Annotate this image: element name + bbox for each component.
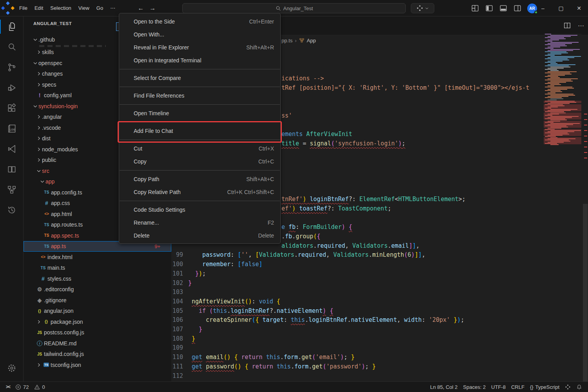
context-menu-item-open-timeline[interactable]: Open Timeline (119, 107, 280, 120)
code-line: if (this.loginBtnRef?.nativeElement) { (188, 307, 333, 316)
context-menu-item-open-in-integrated-terminal[interactable]: Open in Integrated Terminal (119, 54, 280, 67)
context-menu-item-copy-relative-path[interactable]: Copy Relative PathCtrl+K Ctrl+Shift+C (119, 185, 280, 198)
context-menu-item-delete[interactable]: DeleteDelete (119, 229, 280, 242)
close-button[interactable]: ✕ (570, 0, 588, 16)
tree-item-label: public (42, 157, 56, 163)
remote-icon: >< (6, 384, 10, 390)
tree-item-label: tsconfig.json (51, 362, 81, 368)
tree-item-tsconfig-json[interactable]: TStsconfig.json (24, 359, 171, 370)
statusbar-remote[interactable]: >< (3, 384, 13, 390)
tree-item--editorconfig[interactable]: ⚙.editorconfig (24, 284, 171, 295)
editor-scrollbar[interactable] (583, 16, 588, 381)
tree-item-readme-md[interactable]: iREADME.md (24, 338, 171, 349)
nav-forward-icon[interactable]: → (149, 5, 156, 12)
scrollbar-thumb[interactable] (583, 204, 588, 381)
tree-item-label: specs (42, 82, 56, 88)
menu-item-label: Copy (134, 158, 147, 165)
customize-layout-icon[interactable] (471, 4, 479, 13)
statusbar-warning[interactable]: 0 (31, 384, 47, 390)
file-type-icon: ! (35, 92, 44, 98)
activity-output-log-icon[interactable]: LOG (0, 118, 24, 139)
activity-symbols-icon[interactable] (0, 180, 24, 200)
tree-item-package-json[interactable]: {}package.json (24, 316, 171, 327)
activity-reader-icon[interactable] (0, 159, 24, 180)
context-menu-item-reveal-in-file-explorer[interactable]: Reveal in File ExplorerShift+Alt+R (119, 41, 280, 54)
context-menu-item-find-file-references[interactable]: Find File References (119, 89, 280, 102)
chevron-right-icon (35, 71, 42, 76)
overview-ruler-error-mark (584, 130, 587, 131)
tree-item-label: .vscode (42, 125, 61, 131)
activity-explorer-icon[interactable] (0, 16, 24, 37)
code-line: ngAfterViewInit(): void { (188, 297, 280, 307)
tree-item-main-ts[interactable]: TSmain.ts (24, 263, 171, 274)
chevron-right-icon (35, 49, 42, 55)
context-menu-item-copy[interactable]: CopyCtrl+C (119, 155, 280, 168)
menubar-item-file[interactable]: File (16, 4, 31, 13)
activity-vs-project-icon[interactable] (0, 139, 24, 159)
overview-ruler-error-mark (584, 141, 587, 142)
context-menu-item-add-file-to-chat[interactable]: Add File to Chat (119, 124, 280, 137)
statusbar-indentation[interactable]: Spaces: 2 (460, 384, 488, 390)
line-number: 103 (171, 288, 183, 297)
menu-item-label: Copy Path (134, 176, 159, 182)
toggle-panel-icon[interactable] (499, 4, 508, 13)
context-menu-item-select-for-compare[interactable]: Select for Compare (119, 71, 280, 84)
menubar-item-view[interactable]: View (75, 4, 93, 13)
overview-ruler-error-mark (584, 136, 587, 136)
minimap[interactable] (544, 34, 581, 371)
context-menu-item-code-studio-settings[interactable]: Code Studio Settings (119, 203, 280, 216)
statusbar-error[interactable]: 72 (13, 384, 31, 390)
tree-item-postcss-config-js[interactable]: JSpostcss.config.js (24, 327, 171, 338)
code-line: } (188, 279, 192, 288)
nav-back-icon[interactable]: ← (138, 5, 144, 12)
tree-item-label: skills (42, 49, 54, 55)
activity-source-control-icon[interactable] (0, 57, 24, 78)
line-number: 110 (171, 353, 183, 362)
tree-item-index-html[interactable]: <>index.html (24, 252, 171, 263)
activity-settings-icon[interactable] (0, 358, 24, 378)
minimize-button[interactable]: – (534, 0, 552, 16)
chevron-down-icon (35, 168, 42, 174)
menubar-item-edit[interactable]: Edit (31, 4, 47, 13)
activity-history-icon[interactable] (0, 200, 24, 220)
toggle-secondary-sidebar-icon[interactable] (513, 4, 522, 13)
menubar-item-go[interactable]: Go (93, 4, 107, 13)
toggle-primary-sidebar-icon[interactable] (485, 4, 494, 13)
breadcrumb-symbol[interactable]: App (307, 38, 316, 44)
tree-item-label: angular.json (44, 308, 74, 314)
tree-item-angular-json[interactable]: {}angular.json (24, 306, 171, 317)
code-line: }); (188, 269, 206, 279)
statusbar-eol[interactable]: CRLF (508, 384, 527, 390)
context-menu-item-copy-path[interactable]: Copy PathShift+Alt+C (119, 172, 280, 185)
command-center-search[interactable]: Angular_Test (182, 3, 406, 13)
statusbar-cursor-position[interactable]: Ln 85, Col 2 (427, 384, 460, 390)
title-bar: FileEditSelectionViewGo⋯ ← → Angular_Tes… (0, 0, 588, 16)
statusbar-notifications[interactable] (573, 384, 585, 390)
menubar-item-selection[interactable]: Selection (47, 4, 74, 13)
tree-item--gitignore[interactable]: ◈.gitignore (24, 295, 171, 306)
line-number: 106 (171, 316, 183, 325)
statusbar-language-mode[interactable]: {}TypeScript (527, 384, 562, 390)
diamonds-icon (565, 384, 571, 390)
tree-item-label: app.config.ts (51, 189, 82, 196)
context-menu-item-open-with[interactable]: Open With... (119, 28, 280, 41)
activity-run-debug-icon[interactable] (0, 78, 24, 98)
context-menu-item-cut[interactable]: CutCtrl+X (119, 142, 280, 155)
maximize-button[interactable]: ▢ (552, 0, 570, 16)
statusbar-extension-status[interactable] (562, 384, 573, 390)
context-menu-item-rename[interactable]: Rename...F2 (119, 216, 280, 229)
chevron-right-icon (35, 82, 42, 87)
tree-item-tailwind-config-js[interactable]: JStailwind.config.js (24, 349, 171, 360)
tree-item-styles-css[interactable]: #styles.css (24, 273, 171, 284)
extension-dropdown-button[interactable] (411, 3, 434, 13)
split-editor-icon[interactable] (563, 21, 572, 30)
context-menu-item-open-to-the-side[interactable]: Open to the SideCtrl+Enter (119, 15, 280, 28)
breadcrumb-file[interactable]: pp.ts (281, 38, 292, 44)
activity-search-icon[interactable] (0, 37, 24, 57)
statusbar-encoding[interactable]: UTF-8 (488, 384, 508, 390)
chevron-right-icon (35, 114, 42, 120)
chevron-down-icon (32, 103, 38, 109)
activity-extensions-icon[interactable] (0, 98, 24, 118)
menubar-item-[interactable]: ⋯ (107, 4, 119, 13)
tree-item-label: config.yaml (44, 92, 72, 98)
